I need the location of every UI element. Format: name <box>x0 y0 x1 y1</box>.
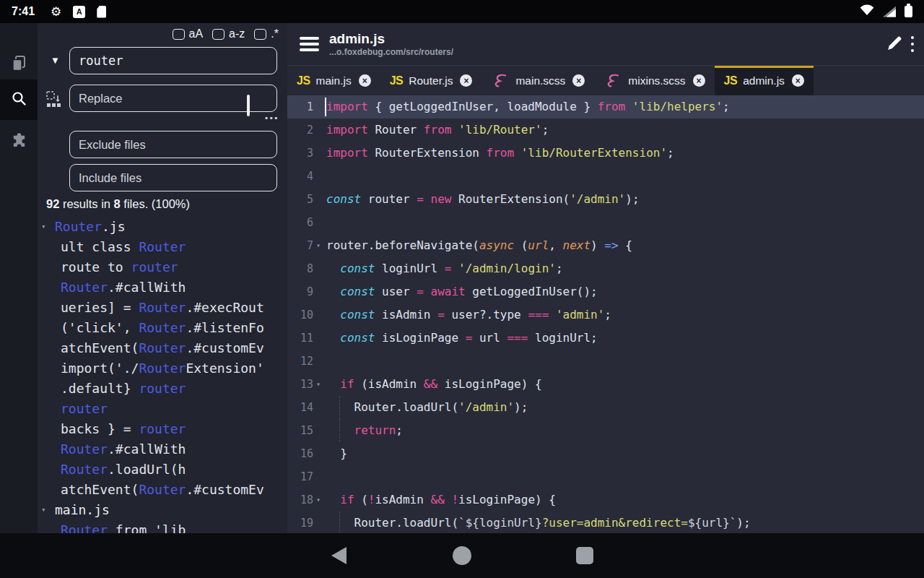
tab-close-icon[interactable]: × <box>460 74 472 87</box>
exclude-files-input[interactable] <box>69 131 277 158</box>
result-match-row[interactable]: ('click', Router.#listenFo <box>38 318 287 338</box>
search-results: ▾Router.jsult class Routerroute to route… <box>38 217 287 533</box>
search-options: aA a-z .* <box>173 25 279 43</box>
recents-icon[interactable] <box>576 547 593 564</box>
line-number: 4 <box>287 165 313 188</box>
result-file-row[interactable]: ▾Router.js <box>38 217 287 237</box>
code-line[interactable]: 9 const user = await getLoggedInUser(); <box>287 280 924 303</box>
battery-icon <box>905 6 912 17</box>
sidebar-scrollbar-thumb[interactable] <box>247 95 250 116</box>
home-icon[interactable] <box>453 546 471 565</box>
result-match-row[interactable]: ult class Router <box>38 237 287 257</box>
code-line[interactable]: 18▾ if (!isAdmin && !isLoginPage) { <box>287 488 924 512</box>
code-line[interactable]: 8 const loginUrl = '/admin/login'; <box>287 257 924 280</box>
option-label: .* <box>271 27 279 40</box>
result-match-row[interactable]: Router from 'lib <box>38 520 287 533</box>
code-line[interactable]: 10 const isAdmin = user?.type === 'admin… <box>287 303 924 327</box>
result-match-row[interactable]: Router.#callWith <box>38 439 287 460</box>
tab-close-icon[interactable]: × <box>572 74 585 87</box>
toggle-replace-icon[interactable]: ▼ <box>51 55 60 66</box>
result-match-row[interactable]: atchEvent(Router.#customEv <box>38 480 287 500</box>
result-match-row[interactable]: Router.loadUrl(h <box>38 460 287 480</box>
result-match-row[interactable]: atchEvent(Router.#customEv <box>38 338 287 358</box>
tab-label: main.js <box>316 74 352 87</box>
sidebar-item-search[interactable] <box>0 79 38 120</box>
code-line[interactable]: 11 const isLoginPage = url === loginUrl; <box>287 327 924 350</box>
checkbox-whole-word[interactable] <box>212 29 225 40</box>
tab-mixins.scss[interactable]: mixins.scss× <box>594 66 714 95</box>
line-number: 8 <box>287 257 313 280</box>
javascript-file-icon: JS <box>724 74 738 87</box>
replace-input[interactable] <box>69 85 277 112</box>
code-line[interactable]: 12 <box>287 350 924 373</box>
sd-card-icon <box>97 6 106 18</box>
fold-arrow-icon[interactable]: ▾ <box>313 234 323 257</box>
code-line[interactable]: 13▾ if (isAdmin && isLoginPage) { <box>287 373 924 396</box>
tab-main.scss[interactable]: main.scss× <box>481 66 594 95</box>
line-number: 12 <box>287 350 313 373</box>
code-line[interactable]: 1import { getLoggedInUser, loadModule } … <box>287 95 924 118</box>
line-number: 14 <box>287 396 313 419</box>
overflow-menu-icon[interactable] <box>911 36 915 53</box>
code-line[interactable]: 6 <box>287 211 924 234</box>
search-input[interactable] <box>69 47 277 74</box>
code-line[interactable]: 19 Router.loadUrl(`${loginUrl}?user=admi… <box>287 512 924 533</box>
indent-guide <box>339 419 340 442</box>
more-options-button[interactable]: ... <box>264 107 279 121</box>
line-number: 6 <box>287 211 313 234</box>
line-number: 7 <box>287 234 313 257</box>
tab-close-icon[interactable]: × <box>693 74 705 87</box>
extensions-puzzle-icon <box>12 133 27 151</box>
files-icon <box>11 55 27 75</box>
result-match-row[interactable]: Router.#callWith <box>38 277 287 298</box>
android-nav-bar <box>0 533 924 578</box>
code-line[interactable]: 16 } <box>287 442 924 465</box>
code-area[interactable]: 1import { getLoggedInUser, loadModule } … <box>287 95 924 533</box>
line-number: 19 <box>287 512 313 533</box>
option-regex[interactable]: .* <box>254 27 279 40</box>
tab-label: admin.js <box>743 74 785 87</box>
option-whole-word[interactable]: a-z <box>212 27 245 40</box>
code-line[interactable]: 2import Router from 'lib/Router'; <box>287 118 924 142</box>
include-files-input[interactable] <box>69 164 277 191</box>
cell-signal-icon <box>883 7 896 17</box>
line-number: 10 <box>287 303 313 327</box>
result-match-row[interactable]: .default} router <box>38 379 287 399</box>
back-icon[interactable] <box>331 547 346 564</box>
code-line[interactable]: 14 Router.loadUrl('/admin'); <box>287 396 924 419</box>
code-line[interactable]: 5const router = new RouterExtension('/ad… <box>287 188 924 211</box>
replace-all-icon[interactable] <box>45 90 64 111</box>
code-line[interactable]: 17 <box>287 465 924 488</box>
clock: 7:41 <box>12 5 35 18</box>
pencil-icon <box>886 34 904 55</box>
result-match-row[interactable]: import('./RouterExtension' <box>38 358 287 379</box>
sass-file-icon <box>603 73 622 88</box>
result-match-row[interactable]: backs } = router <box>38 419 287 439</box>
line-number: 16 <box>287 442 313 465</box>
tab-close-icon[interactable]: × <box>359 74 371 87</box>
result-match-row[interactable]: route to router <box>38 257 287 277</box>
result-match-row[interactable]: ueries] = Router.#execRout <box>38 298 287 318</box>
result-file-row[interactable]: ▾main.js <box>38 500 287 520</box>
tab-bar: JSmain.js×JSRouter.js×main.scss×mixins.s… <box>287 65 924 95</box>
option-match-case[interactable]: aA <box>173 27 204 40</box>
tab-close-icon[interactable]: × <box>792 74 804 87</box>
code-line[interactable]: 15 return; <box>287 419 924 442</box>
line-number: 2 <box>287 118 313 142</box>
fold-arrow-icon[interactable]: ▾ <box>313 373 323 396</box>
result-match-row[interactable]: router <box>38 399 287 419</box>
collapse-arrow-icon: ▾ <box>41 217 46 237</box>
edit-mode-button[interactable] <box>879 34 911 55</box>
checkbox-regex[interactable] <box>254 29 266 40</box>
search-sidebar: aA a-z .* ▼ ... 92 results in 8 files. (… <box>38 23 287 533</box>
code-line[interactable]: 4 <box>287 165 924 188</box>
hamburger-menu-icon[interactable] <box>300 37 319 51</box>
fold-arrow-icon[interactable]: ▾ <box>313 488 323 512</box>
code-line[interactable]: 7▾router.beforeNavigate(async (url, next… <box>287 234 924 257</box>
tab-admin.js[interactable]: JSadmin.js× <box>715 66 814 95</box>
checkbox-match-case[interactable] <box>173 29 185 40</box>
tab-main.js[interactable]: JSmain.js× <box>287 66 380 95</box>
code-line[interactable]: 3import RouterExtension from 'lib/Router… <box>287 142 924 165</box>
sidebar-item-extensions[interactable] <box>0 121 38 162</box>
tab-Router.js[interactable]: JSRouter.js× <box>380 66 482 95</box>
